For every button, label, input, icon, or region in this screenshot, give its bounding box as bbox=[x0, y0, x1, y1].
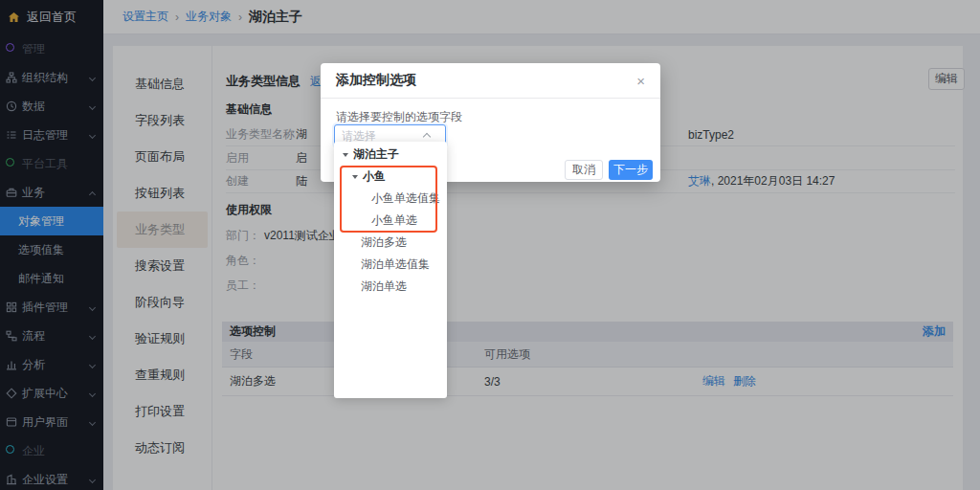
field-select-dropdown: 湖泊主子 小鱼 小鱼单选值集 小鱼单选 湖泊多选 湖泊单选值集 湖泊单选 bbox=[334, 142, 447, 398]
caret-down-icon bbox=[343, 153, 348, 157]
close-icon[interactable]: × bbox=[636, 74, 645, 88]
next-step-button[interactable]: 下一步 bbox=[609, 160, 653, 180]
cancel-button[interactable]: 取消 bbox=[565, 160, 603, 180]
tree-node-xiaoyu-single-value-set[interactable]: 小鱼单选值集 bbox=[334, 188, 447, 210]
select-field-label: 请选择要控制的选项字段 bbox=[336, 109, 462, 125]
tree-node-lake-master[interactable]: 湖泊主子 bbox=[334, 144, 447, 166]
tree-node-xiaoyu-single-select[interactable]: 小鱼单选 bbox=[334, 210, 447, 232]
select-input[interactable] bbox=[342, 129, 424, 143]
app-root: 返回首页 管理 组织结构 数据 日志管理 bbox=[0, 0, 980, 490]
tree-node-xiaoyu[interactable]: 小鱼 bbox=[334, 166, 447, 188]
tree-node-lake-single-select[interactable]: 湖泊单选 bbox=[334, 276, 447, 298]
tree-node-lake-multi-select[interactable]: 湖泊多选 bbox=[334, 232, 447, 254]
dialog-title: 添加控制选项 bbox=[336, 72, 416, 89]
caret-down-icon bbox=[352, 175, 358, 179]
chevron-up-icon bbox=[423, 133, 431, 141]
tree-node-lake-single-value-set[interactable]: 湖泊单选值集 bbox=[334, 254, 447, 276]
